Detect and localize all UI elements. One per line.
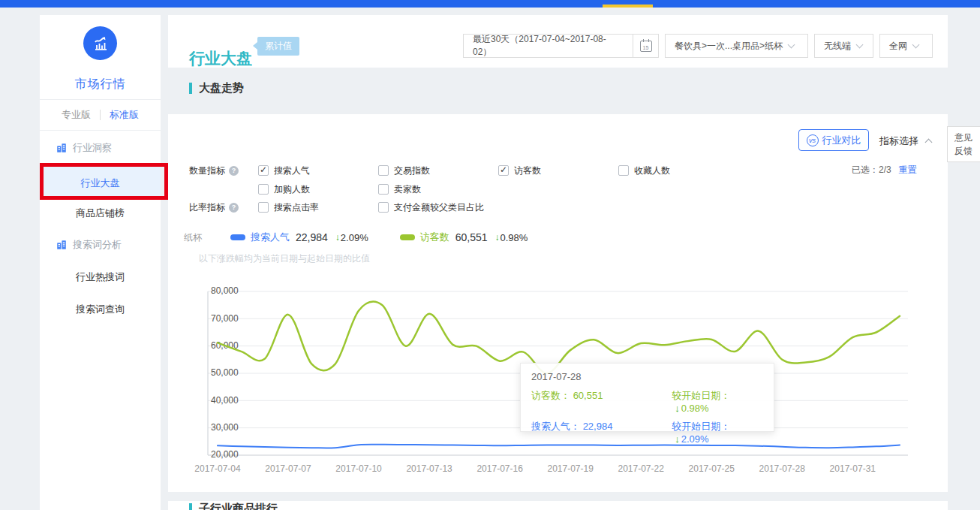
version-tabs: 专业版 标准版 (40, 100, 161, 130)
category-selector[interactable]: 餐饮具>一次...桌用品>纸杯 (665, 34, 808, 58)
top-navigation-bar (0, 0, 980, 8)
top-nav-active-tab-indicator[interactable] (603, 5, 653, 8)
section-title: 大盘走势 (199, 81, 244, 95)
tooltip-metric-value: 60,551 (573, 390, 603, 401)
sidebar-divider (40, 130, 161, 131)
x-axis-tick: 2017-07-16 (476, 463, 523, 474)
scope-selector[interactable]: 全网 (879, 34, 933, 58)
sidebar-item-industry-hot-search[interactable]: 行业热搜词 (40, 268, 161, 286)
y-axis-tick: 70,000 (211, 313, 239, 324)
badge-arrow (253, 42, 257, 50)
section-title: 子行业商品排行 (199, 502, 278, 510)
sidebar-item-product-shop-ranking[interactable]: 商品店铺榜 (40, 204, 161, 222)
market-insight-app: { "topbar": { "accent_color": "#2365ec",… (0, 0, 980, 510)
tooltip-metric: 访客数： 60,551 (531, 389, 672, 414)
tab-professional[interactable]: 专业版 (62, 108, 91, 122)
section-header-ranking: 子行业商品排行 (189, 502, 278, 510)
app-title: 市场行情 (40, 77, 161, 92)
x-axis-tick: 2017-07-28 (759, 463, 806, 474)
section-header-trend: 大盘走势 (189, 81, 244, 95)
tooltip-compare: 较开始日期：↓0.98% (672, 389, 763, 414)
buildings-icon (56, 240, 67, 250)
section-marker (189, 83, 192, 94)
tooltip-compare-label: 较开始日期： (672, 390, 730, 401)
y-axis-tick: 20,000 (211, 449, 239, 460)
tooltip-compare-value: 0.98% (681, 403, 709, 414)
feedback-label-line2: 反馈 (954, 144, 980, 158)
down-arrow-icon: ↓ (675, 403, 680, 414)
buildings-icon (56, 143, 67, 153)
tab-standard[interactable]: 标准版 (110, 108, 139, 122)
badge-label: 累计值 (265, 41, 292, 51)
tooltip-compare-label: 较开始日期： (672, 421, 730, 432)
tooltip-compare: 较开始日期：↓2.09% (672, 420, 763, 445)
tooltip-metric-value: 22,984 (583, 421, 613, 432)
chevron-down-icon (912, 41, 920, 48)
trend-panel: vs 行业对比 指标选择 数量指标 ? 搜索人气 交易指数 访客数 收藏人数 (168, 114, 948, 492)
x-axis-tick: 2017-07-04 (194, 463, 241, 474)
sidebar-group-label: 行业洞察 (73, 141, 112, 155)
x-axis-tick: 2017-07-07 (265, 463, 311, 474)
tooltip-row-search-popularity: 搜索人气： 22,984 较开始日期：↓2.09% (531, 420, 763, 445)
x-axis-tick: 2017-07-22 (618, 463, 665, 474)
tooltip-date: 2017-07-28 (531, 371, 763, 382)
sidebar-item-industry-dashboard[interactable]: 行业大盘 (40, 167, 161, 200)
y-axis-tick: 80,000 (211, 285, 239, 296)
x-axis-tick: 2017-07-13 (406, 463, 452, 474)
down-arrow-icon: ↓ (675, 433, 680, 445)
x-axis-tick: 2017-07-10 (335, 463, 382, 474)
feedback-button[interactable]: 意见 反馈 (947, 126, 980, 162)
chevron-down-icon (788, 41, 795, 48)
sidebar-item-label: 商品店铺榜 (76, 207, 125, 219)
cumulative-value-badge: 累计值 (257, 37, 299, 56)
trend-chart-icon (91, 34, 110, 53)
category-value: 餐饮具>一次...桌用品>纸杯 (675, 40, 783, 53)
chevron-down-icon (856, 41, 864, 48)
x-axis-tick: 2017-07-25 (689, 463, 735, 474)
terminal-selector[interactable]: 无线端 (814, 34, 873, 58)
sidebar-item-search-term-query[interactable]: 搜索词查询 (40, 300, 161, 318)
page-header: 行业大盘 累计值 最近30天（2017-07-04~2017-08-02） 15… (168, 15, 948, 68)
tooltip-metric: 搜索人气： 22,984 (531, 420, 672, 445)
tooltip-metric-name: 搜索人气： (531, 421, 580, 432)
sidebar-item-label: 行业大盘 (81, 177, 120, 189)
x-axis-tick: 2017-07-31 (830, 463, 876, 474)
chart-tooltip: 2017-07-28 访客数： 60,551 较开始日期：↓0.98% 搜索人气… (520, 363, 774, 432)
scope-value: 全网 (889, 40, 907, 53)
tab-separator (100, 110, 101, 120)
sidebar-group-label: 搜索词分析 (73, 238, 122, 252)
feedback-label-line1: 意见 (954, 131, 980, 144)
active-indicator-bar (40, 167, 43, 200)
page-title: 行业大盘 (189, 48, 252, 69)
x-axis-tick: 2017-07-19 (547, 463, 594, 474)
section-marker (189, 503, 192, 510)
date-range-selector[interactable]: 最近30天（2017-07-04~2017-08-02） (463, 34, 633, 58)
sidebar-item-label: 行业热搜词 (76, 271, 125, 282)
terminal-value: 无线端 (824, 40, 851, 53)
tooltip-compare-value: 2.09% (681, 433, 709, 445)
y-axis-tick: 30,000 (211, 422, 239, 433)
y-axis-tick: 50,000 (211, 367, 239, 378)
tooltip-row-visitors: 访客数： 60,551 较开始日期：↓0.98% (531, 389, 763, 414)
sidebar-group-search-term-analysis[interactable]: 搜索词分析 (56, 236, 122, 254)
calendar-icon: 15 (640, 41, 652, 52)
tooltip-metric-name: 访客数： (531, 390, 570, 401)
calendar-button[interactable]: 15 (633, 34, 659, 58)
series-line-搜索人气[interactable] (218, 445, 900, 448)
y-axis-tick: 40,000 (211, 395, 239, 406)
sidebar: 市场行情 专业版 标准版 行业洞察 行业大盘 商品店铺榜 搜索词分析 行业热搜词 (40, 15, 161, 510)
market-insight-logo (83, 26, 117, 60)
sidebar-group-industry-insight[interactable]: 行业洞察 (56, 139, 112, 157)
date-range-value: 最近30天（2017-07-04~2017-08-02） (473, 33, 624, 59)
next-section-partial: 子行业商品排行 (168, 501, 948, 510)
sidebar-item-label: 搜索词查询 (76, 303, 125, 315)
